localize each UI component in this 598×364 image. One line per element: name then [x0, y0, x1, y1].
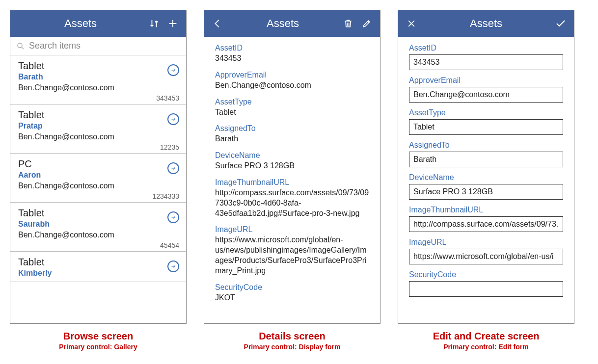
detail-field: AssetTypeTablet — [215, 98, 369, 118]
item-assigned: Kimberly — [18, 269, 179, 278]
list-item[interactable]: TabletKimberly — [10, 252, 186, 282]
edit-caption-title: Edit and Create screen — [433, 331, 540, 342]
field-label: ApproverEmail — [409, 76, 563, 85]
field-label: AssignedTo — [409, 141, 563, 150]
edit-input[interactable] — [409, 119, 563, 135]
details-caption-title: Details screen — [244, 331, 341, 342]
field-label: ImageThumbnailURL — [409, 206, 563, 214]
edit-field: SecurityCode — [409, 270, 563, 297]
list-item[interactable]: PCAaronBen.Change@contoso.com1234333 — [10, 154, 186, 203]
details-caption-sub: Primary control: Display form — [244, 343, 341, 351]
detail-field: AssignedToBarath — [215, 124, 369, 144]
edit-field: AssetID — [409, 44, 563, 70]
field-label: AssetID — [409, 44, 563, 52]
item-assigned: Saurabh — [18, 220, 179, 229]
details-phone: Assets AssetID343453ApproverEmailBen.Cha… — [204, 10, 381, 324]
arrow-right-icon[interactable] — [167, 113, 179, 125]
edit-field: ImageURL — [409, 238, 563, 264]
item-assigned: Pratap — [18, 122, 179, 130]
delete-icon[interactable] — [340, 15, 356, 32]
field-label: AssetType — [215, 98, 369, 106]
field-label: AssetID — [215, 44, 369, 52]
confirm-icon[interactable] — [552, 15, 569, 32]
field-value: http://compass.surface.com/assets/09/73/… — [215, 188, 369, 218]
item-assigned: Aaron — [18, 171, 179, 180]
browse-title: Assets — [15, 17, 146, 30]
add-icon[interactable] — [164, 15, 181, 32]
field-label: ImageURL — [215, 225, 369, 234]
browse-screen: Assets Search items TabletBarathBen.Chan… — [10, 10, 187, 351]
item-id: 12235 — [18, 143, 179, 151]
detail-field: DeviceNameSurface PRO 3 128GB — [215, 151, 369, 171]
sort-icon[interactable] — [146, 15, 163, 32]
edit-input[interactable] — [409, 249, 563, 264]
field-value: Tablet — [215, 107, 369, 118]
arrow-right-icon[interactable] — [167, 162, 179, 174]
detail-field: ImageURLhttps://www.microsoft.com/global… — [215, 225, 369, 276]
field-label: SecurityCode — [409, 270, 563, 279]
search-input[interactable]: Search items — [10, 37, 186, 55]
edit-caption: Edit and Create screen Primary control: … — [433, 331, 540, 351]
edit-input[interactable] — [409, 54, 563, 70]
edit-screen: Assets AssetIDApproverEmailAssetTypeAssi… — [398, 10, 574, 351]
field-label: ImageThumbnailURL — [215, 178, 369, 187]
browse-phone: Assets Search items TabletBarathBen.Chan… — [10, 10, 187, 324]
browse-caption-title: Browse screen — [59, 331, 137, 342]
field-label: ImageURL — [409, 238, 563, 247]
details-caption: Details screen Primary control: Display … — [244, 331, 341, 351]
item-type: Tablet — [18, 208, 179, 219]
close-icon[interactable] — [403, 15, 420, 32]
item-id: 343453 — [18, 94, 179, 102]
back-icon[interactable] — [209, 15, 226, 32]
edit-field: ImageThumbnailURL — [409, 206, 563, 232]
field-value: JKOT — [215, 293, 369, 303]
item-id: 45454 — [18, 241, 179, 249]
details-screen: Assets AssetID343453ApproverEmailBen.Cha… — [204, 10, 381, 351]
browse-caption-sub: Primary control: Gallery — [59, 343, 137, 351]
browse-caption: Browse screen Primary control: Gallery — [59, 331, 137, 351]
edit-input[interactable] — [409, 281, 563, 297]
edit-input[interactable] — [409, 87, 563, 103]
detail-field: SecurityCodeJKOT — [215, 283, 369, 303]
edit-header: Assets — [398, 10, 574, 37]
browse-header: Assets — [10, 10, 186, 37]
item-type: Tablet — [18, 109, 179, 121]
edit-caption-sub: Primary control: Edit form — [433, 343, 540, 351]
field-value: https://www.microsoft.com/global/en-us/n… — [215, 235, 369, 276]
list-item[interactable]: TabletPratapBen.Change@contoso.com12235 — [10, 104, 186, 154]
edit-input[interactable] — [409, 152, 563, 167]
search-placeholder: Search items — [29, 41, 81, 51]
field-value: Ben.Change@contoso.com — [215, 80, 369, 91]
edit-input[interactable] — [409, 184, 563, 200]
item-email: Ben.Change@contoso.com — [18, 231, 179, 239]
edit-title: Assets — [420, 17, 552, 30]
field-label: ApproverEmail — [215, 71, 369, 79]
item-id: 1234333 — [18, 192, 179, 200]
field-label: AssignedTo — [215, 124, 369, 133]
edit-field: AssignedTo — [409, 141, 563, 167]
item-type: PC — [18, 158, 179, 170]
field-label: DeviceName — [409, 173, 563, 182]
edit-phone: Assets AssetIDApproverEmailAssetTypeAssi… — [398, 10, 574, 324]
edit-field: ApproverEmail — [409, 76, 563, 103]
arrow-right-icon[interactable] — [167, 260, 179, 272]
list-item[interactable]: TabletBarathBen.Change@contoso.com343453 — [10, 55, 186, 104]
detail-field: ApproverEmailBen.Change@contoso.com — [215, 71, 369, 91]
edit-input[interactable] — [409, 216, 563, 232]
item-type: Tablet — [18, 60, 179, 72]
item-email: Ben.Change@contoso.com — [18, 83, 179, 92]
field-label: DeviceName — [215, 151, 369, 160]
edit-icon[interactable] — [358, 15, 375, 32]
item-email: Ben.Change@contoso.com — [18, 132, 179, 141]
list-item[interactable]: TabletSaurabhBen.Change@contoso.com45454 — [10, 203, 186, 252]
detail-field: AssetID343453 — [215, 44, 369, 64]
detail-field: ImageThumbnailURLhttp://compass.surface.… — [215, 178, 369, 218]
edit-field: DeviceName — [409, 173, 563, 200]
edit-field: AssetType — [409, 108, 563, 135]
arrow-right-icon[interactable] — [167, 211, 179, 223]
details-header: Assets — [204, 10, 380, 37]
arrow-right-icon[interactable] — [167, 64, 179, 76]
item-assigned: Barath — [18, 73, 179, 81]
field-label: AssetType — [409, 108, 563, 117]
item-type: Tablet — [18, 257, 179, 268]
